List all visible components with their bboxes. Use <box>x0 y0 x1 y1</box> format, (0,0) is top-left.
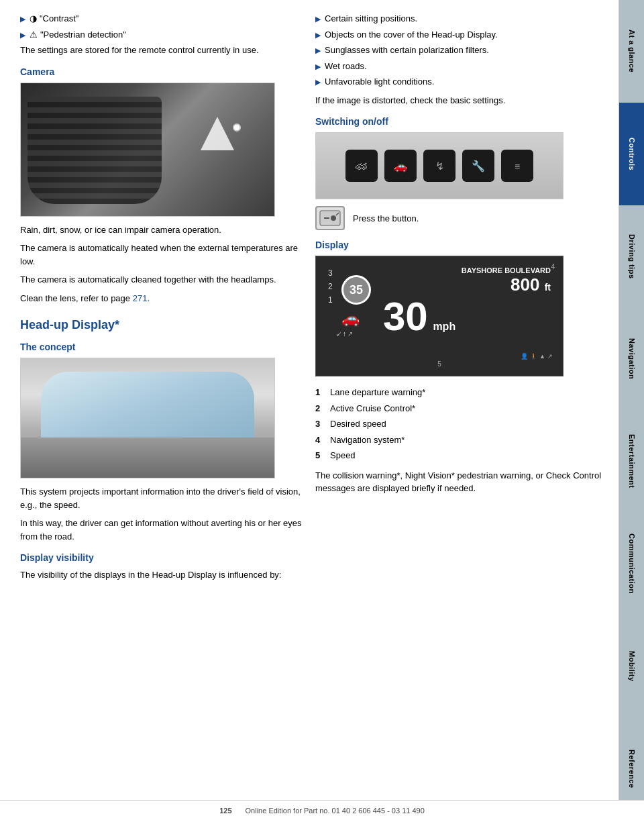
list-item-3: 3 Desired speed <box>315 417 605 431</box>
bullet-arrow-r2: ▶ <box>315 30 321 41</box>
street-name: BAYSHORE BOULEVARD <box>462 266 551 274</box>
contrast-icon: ◑ <box>30 12 37 25</box>
list-item-4: 4 Navigation system* <box>315 433 605 447</box>
bullet-sitting-text: Certain sitting positions. <box>325 12 417 25</box>
camera-link-271[interactable]: 271 <box>133 293 148 303</box>
press-button-row: Press the button. <box>315 206 605 230</box>
svg-point-7 <box>331 215 336 221</box>
sidebar-item-communication[interactable]: Communication <box>619 513 644 615</box>
camera-text4-pre: Clean the lens, refer to page <box>20 293 133 303</box>
visibility-text: The visibility of the displays in the He… <box>20 568 302 582</box>
bullet-contrast: ▶ ◑ "Contrast" <box>20 12 302 25</box>
distorted-text: If the image is distorted, check the bas… <box>315 94 605 107</box>
speed-circle-container: 35 <box>341 275 371 305</box>
list-item-2: 2 Active Cruise Control* <box>315 402 605 415</box>
sidebar-label-controls: Controls <box>628 138 636 170</box>
sidebar-label-communication: Communication <box>628 533 636 594</box>
camera-text4: Clean the lens, refer to page 271. <box>20 292 302 305</box>
sidebar-item-navigation[interactable]: Navigation <box>619 307 644 410</box>
item-text-4: Navigation system* <box>330 433 405 447</box>
arrow-overlay <box>201 117 234 150</box>
svg-text:🏎: 🏎 <box>356 159 368 172</box>
main-content: ▶ ◑ "Contrast" ▶ ⚠ "Pedestrian detection… <box>0 0 619 820</box>
sidebar: At a glance Controls Driving tips Naviga… <box>619 0 644 820</box>
footer-text: Online Edition for Part no. 01 40 2 606 … <box>246 807 425 815</box>
headup-heading: Head-up Display* <box>20 318 302 332</box>
camera-image <box>20 83 275 217</box>
item-text-1: Lane departure warning* <box>330 386 425 399</box>
page-number: 125 <box>219 807 231 815</box>
big-speed-container: 30 mph <box>383 297 455 337</box>
hud-icon-pedestrian: 👤 <box>521 353 528 360</box>
camera-image-inner <box>21 83 274 216</box>
camera-heading: Camera <box>20 66 302 77</box>
bullet-arrow-2: ▶ <box>20 30 25 41</box>
settings-text: The settings are stored for the remote c… <box>20 44 302 57</box>
concept-text1: This system projects important informati… <box>20 485 302 511</box>
camera-text2: The camera is automatically heated when … <box>20 242 302 268</box>
hud-icon-car2: 🚶 <box>530 353 537 360</box>
switch-image: 🏎 🚗 ↯ 🔧 ≡ <box>315 132 564 199</box>
sidebar-item-mobility[interactable]: Mobility <box>619 615 644 718</box>
sidebar-item-controls[interactable]: Controls <box>619 103 644 205</box>
page-container: ▶ ◑ "Contrast" ▶ ⚠ "Pedestrian detection… <box>0 0 644 820</box>
svg-text:≡: ≡ <box>515 161 520 172</box>
camera-text1: Rain, dirt, snow, or ice can impair came… <box>20 223 302 237</box>
hud-content: 3 2 1 35 🚗 ↙ ↑ ↗ <box>323 263 556 369</box>
bullet-arrow-r1: ▶ <box>315 13 321 25</box>
lane-num-2: 2 <box>328 282 333 291</box>
item-num-3: 3 <box>315 417 325 431</box>
car-icon-hud: 🚗 <box>341 310 360 327</box>
pedestrian-icon: ⚠ <box>30 28 38 42</box>
sidebar-item-entertainment[interactable]: Entertainment <box>619 410 644 513</box>
bullet-wet: ▶ Wet roads. <box>315 60 605 73</box>
lane-arrows: ↙ ↑ ↗ <box>336 330 353 338</box>
sidebar-label-entertainment: Entertainment <box>628 434 636 488</box>
list-item-1: 1 Lane departure warning* <box>315 386 605 399</box>
distance-unit: ft <box>545 282 551 293</box>
big-speed: 30 <box>383 294 428 339</box>
camera-text3: The camera is automatically cleaned toge… <box>20 273 302 287</box>
sidebar-label-mobility: Mobility <box>628 651 636 682</box>
sidebar-item-at-a-glance[interactable]: At a glance <box>619 0 644 103</box>
switch-btn-3: ↯ <box>423 150 455 182</box>
sidebar-item-driving-tips[interactable]: Driving tips <box>619 205 644 308</box>
hud-label5: 5 <box>437 360 441 368</box>
contrast-label: "Contrast" <box>40 12 78 25</box>
street-container: BAYSHORE BOULEVARD 800 ft <box>462 266 551 295</box>
lane-arrow-right: ↗ <box>347 330 353 338</box>
item-text-2: Active Cruise Control* <box>330 402 415 415</box>
bullet-arrow-r5: ▶ <box>315 76 321 88</box>
switch-btn-4: 🔧 <box>462 150 494 182</box>
distance-value: 800 ft <box>462 274 551 295</box>
sidebar-label-driving-tips: Driving tips <box>628 234 636 279</box>
item-num-2: 2 <box>315 402 325 415</box>
sidebar-label-reference: Reference <box>628 750 636 788</box>
item-text-5: Speed <box>330 449 356 462</box>
sidebar-label-navigation: Navigation <box>628 338 636 379</box>
bullet-pedestrian: ▶ ⚠ "Pedestrian detection" <box>20 28 302 42</box>
svg-text:🔧: 🔧 <box>472 160 485 172</box>
bullet-sitting: ▶ Certain sitting positions. <box>315 12 605 25</box>
visibility-heading: Display visibility <box>20 552 302 563</box>
camera-dot <box>233 123 241 132</box>
bullet-unfavorable-text: Unfavorable light conditions. <box>325 75 434 89</box>
hud-bottom-icons: 👤 🚶 ▲ ↗ <box>521 353 553 360</box>
svg-rect-5 <box>320 211 340 225</box>
list-item-5: 5 Speed <box>315 449 605 462</box>
switching-heading: Switching on/off <box>315 116 605 127</box>
concept-heading: The concept <box>20 342 302 352</box>
item-num-4: 4 <box>315 433 325 447</box>
concept-image <box>20 358 275 478</box>
item-text-3: Desired speed <box>330 417 386 431</box>
page-footer: 125 Online Edition for Part no. 01 40 2 … <box>0 800 644 820</box>
hood <box>21 438 274 478</box>
lane-num-1: 1 <box>328 295 333 305</box>
speed-circle: 35 <box>341 275 371 305</box>
collision-text: The collision warning*, Night Vision* pe… <box>315 469 605 495</box>
sidebar-label-at-a-glance: At a glance <box>628 30 636 72</box>
bullet-sunglasses: ▶ Sunglasses with certain polarization f… <box>315 44 605 57</box>
lane-arrow-center: ↑ <box>343 330 346 338</box>
svg-text:🚗: 🚗 <box>394 160 407 172</box>
item-num-1: 1 <box>315 386 325 399</box>
